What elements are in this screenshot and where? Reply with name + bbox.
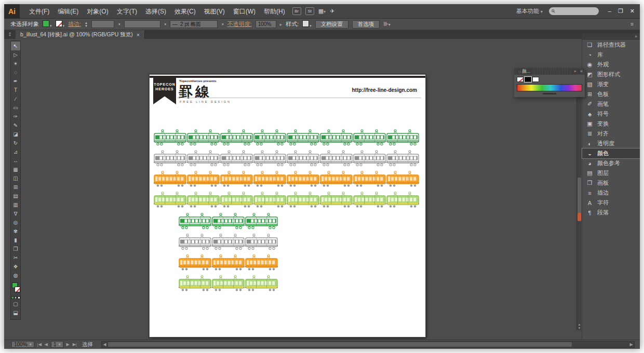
train-row-green-long[interactable] [154,129,419,147]
none-swatch[interactable] [517,77,524,82]
train-car[interactable] [245,233,278,252]
zoom-level-dropdown[interactable]: 100%▾ [11,341,34,348]
blend-tool[interactable]: ◎ [11,218,20,227]
train-car[interactable] [287,170,319,189]
restore-button[interactable]: ❐ [618,8,623,15]
dock-panel-align[interactable]: ≣对齐 [582,129,640,139]
zoom-tool[interactable]: ◍ [11,271,20,280]
train-car[interactable] [353,129,386,147]
screen-mode-icon[interactable]: ⬓ [11,308,20,317]
free-transform-tool[interactable]: ▦ [11,165,20,174]
train-car[interactable] [253,191,286,210]
dock-panel-symbols[interactable]: ♣符号 [582,109,640,119]
first-artboard-button[interactable]: |◀ [37,342,42,347]
stroke-color-swatch[interactable]: ▾ [56,20,65,28]
train-row-gray-long[interactable] [154,150,419,168]
perspective-grid-tool[interactable]: ⊞ [11,183,20,192]
collapse-panel-icon[interactable]: » [574,69,576,74]
color-mode-icon[interactable] [11,296,14,299]
train-row-yellowgreen-long[interactable] [154,191,419,210]
train-car[interactable] [212,212,245,231]
menu-item-6[interactable]: 视图(V) [200,4,229,19]
train-car[interactable] [187,191,220,210]
dock-panel-color[interactable]: ◒颜色 [582,148,640,158]
artboard-tool[interactable]: ❐ [11,245,20,253]
scroll-left-icon[interactable]: ◀ [102,342,108,347]
canvas-pasteboard[interactable]: ↖▷✶◌✒T∕▭✑✎◪↻⊿↔▦◫⊞▤▥∇◎✾▮❐✂❖◍▢⬓ TOPECON HE… [4,39,640,340]
train-car[interactable] [179,233,211,252]
artboard-number-dropdown[interactable]: 1▾ [51,341,63,348]
eyedropper-tool[interactable]: ∇ [11,209,20,218]
mesh-tool[interactable]: ▤ [11,192,20,200]
menu-item-3[interactable]: 文字(T) [113,4,141,19]
train-car[interactable] [386,191,419,210]
dock-panel-gradient[interactable]: ▧渐变 [582,79,640,89]
dock-panel-paragraph[interactable]: ¶段落 [582,208,640,218]
pen-tool[interactable]: ✒ [11,77,20,86]
stock-icon[interactable]: St [305,7,314,15]
train-car[interactable] [287,191,319,210]
train-car[interactable] [320,170,353,189]
train-row-green-short[interactable] [179,212,278,231]
stroke-indicator[interactable] [15,287,20,292]
stroke-panel-link[interactable]: 描边: [68,20,81,28]
slice-tool[interactable]: ✂ [11,253,20,262]
panel-resize-grip[interactable] [543,93,556,94]
opacity-link[interactable]: 不透明度: [227,20,252,28]
close-tab-icon[interactable]: × [137,32,140,38]
train-car[interactable] [245,212,278,231]
train-car[interactable] [187,170,220,189]
menu-item-0[interactable]: 文件(F) [25,4,53,19]
dock-panel-appearance[interactable]: ◉外观 [582,60,640,70]
dock-panel-pathfinder[interactable]: ❏路径查找器 [582,40,640,50]
train-car[interactable] [320,129,353,147]
gradient-mode-icon[interactable] [15,296,17,299]
train-car[interactable] [253,129,286,147]
train-car[interactable] [287,129,319,147]
color-mode-buttons[interactable] [11,296,20,299]
line-segment-tool[interactable]: ∕ [11,94,20,103]
expander-icon[interactable]: ▸ [280,22,283,27]
train-car[interactable] [154,191,186,210]
dock-panel-libraries[interactable]: ◔库 [582,50,640,60]
stroke-weight-stepper[interactable]: ▲▼ [85,21,88,28]
document-tab[interactable]: b_illust_64 [转换].ai @ 100% (RGB/GPU 预览) … [16,30,145,39]
train-car[interactable] [220,191,253,210]
menu-item-2[interactable]: 对象(O) [83,4,112,19]
minimize-button[interactable]: – [608,8,611,15]
stroke-weight-field[interactable] [91,20,114,28]
panel-fold-icon[interactable]: ⁑ [4,32,16,37]
preferences-button[interactable]: 首选项 [352,20,380,29]
dock-panel-transform[interactable]: ▣变换 [582,119,640,129]
selection-tool[interactable]: ↖ [11,42,20,50]
train-car[interactable] [245,275,278,293]
black-swatch[interactable] [525,77,531,82]
train-car[interactable] [287,150,319,168]
train-car[interactable] [353,191,386,210]
vertical-scrollbar-arrows[interactable]: ▲▼ [577,323,582,330]
train-car[interactable] [187,129,220,147]
paintbrush-tool[interactable]: ✑ [11,112,20,121]
train-car[interactable] [245,254,278,273]
menu-item-1[interactable]: 编辑(E) [53,4,83,19]
horizontal-scrollbar[interactable]: ◀ ▶ [101,341,635,348]
hand-tool[interactable]: ❖ [11,262,20,271]
train-row-orange-long[interactable] [154,170,419,189]
train-car[interactable] [179,275,211,293]
train-car[interactable] [353,170,386,189]
direct-selection-tool[interactable]: ▷ [11,50,20,59]
scale-tool[interactable]: ⊿ [11,147,20,156]
scroll-right-icon[interactable]: ▶ [628,342,634,347]
eraser-tool[interactable]: ◪ [11,130,20,139]
type-tool[interactable]: T [11,86,20,94]
train-car[interactable] [154,170,186,189]
train-car[interactable] [212,275,245,293]
previous-artboard-button[interactable]: ◀ [45,342,48,347]
train-row-gray-short[interactable] [179,233,278,252]
train-car[interactable] [386,170,419,189]
dock-panel-swatches[interactable]: ⊞色板 [582,89,640,99]
dock-panel-character[interactable]: A字符 [582,198,640,208]
menu-item-5[interactable]: 效果(C) [170,4,200,19]
train-car[interactable] [187,150,220,168]
brush-definition-dropdown[interactable]: — 2 pt 椭圆 [170,20,218,28]
